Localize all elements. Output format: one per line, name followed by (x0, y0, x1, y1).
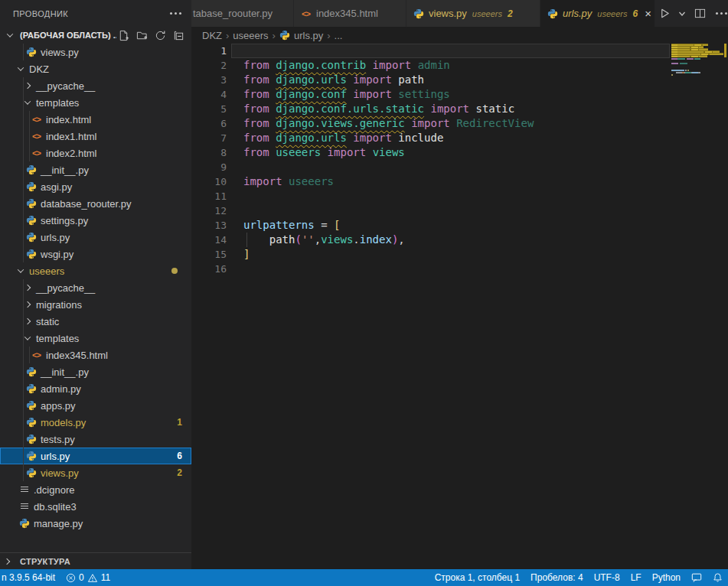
code-line-11[interactable]: 11 (191, 189, 728, 203)
tree-item-templates[interactable]: templates (0, 330, 191, 347)
tree-item-settings.py[interactable]: settings.py (0, 212, 191, 229)
code-line-2[interactable]: 2from django.contrib import admin (191, 58, 728, 73)
code-line-14[interactable]: 14 path('',views.index), (191, 233, 728, 247)
tab-tabase_roouter.py[interactable]: tabase_roouter.py (191, 0, 294, 27)
close-icon[interactable]: × (645, 8, 651, 19)
file-icon (18, 503, 30, 510)
tree-item-views.py[interactable]: views.py (0, 44, 191, 60)
tree-item-tests.py[interactable]: tests.py (0, 431, 191, 448)
breadcrumb-item-useeers[interactable]: useeers (233, 30, 268, 41)
status-language-mode[interactable]: Python (647, 569, 686, 586)
tree-item-label: templates (36, 333, 79, 344)
code-line-15[interactable]: 15] (191, 247, 728, 262)
code-line-3[interactable]: 3from django.urls import path (191, 73, 728, 87)
sidebar-title: ПРОВОДНИК (13, 9, 68, 18)
python-icon (25, 215, 37, 226)
python-icon (18, 518, 30, 529)
problems-badge: 1 (177, 417, 182, 428)
current-line-highlight (231, 44, 670, 58)
tab-views.py[interactable]: views.pyuseeers2 (406, 0, 540, 27)
tab-description: useeers (472, 9, 502, 18)
status-eol[interactable]: LF (625, 569, 647, 586)
chevron-right-icon (24, 318, 31, 324)
status-encoding[interactable]: UTF-8 (589, 569, 625, 586)
tree-item-apps.py[interactable]: apps.py (0, 397, 191, 414)
split-editor-button[interactable] (690, 5, 709, 23)
chevron-right-icon (24, 83, 31, 89)
tree-item-index.html[interactable]: <>index.html (0, 111, 191, 128)
tree-item-index345.html[interactable]: <>index345.html (0, 347, 191, 363)
warning-icon (87, 573, 98, 583)
html-icon: <> (31, 350, 42, 360)
code-line-13[interactable]: 13urlpatterns = [ (191, 218, 728, 233)
status-notifications[interactable] (707, 569, 728, 586)
status-feedback[interactable] (686, 569, 707, 586)
code-line-6[interactable]: 6from django.views.generic import Redire… (191, 116, 728, 131)
tree-item-database_roouter.py[interactable]: database_roouter.py (0, 195, 191, 212)
code-line-7[interactable]: 7from django.urls import include (191, 131, 728, 145)
tree-item-__pycache__[interactable]: __pycache__ (0, 279, 191, 296)
breadcrumb-item-urls.py[interactable]: urls.py (279, 30, 323, 41)
code-line-1[interactable]: 1 (191, 44, 728, 58)
code-line-4[interactable]: 4from django.conf import settings (191, 87, 728, 102)
collapse-all-icon[interactable] (171, 28, 185, 42)
tree-item-wsgi.py[interactable]: wsgi.py (0, 246, 191, 262)
tree-item-views.py[interactable]: views.py2 (0, 464, 191, 481)
tab-title: tabase_roouter.py (193, 8, 273, 19)
tree-item-.dcignore[interactable]: .dcignore (0, 481, 191, 498)
workspace-section-header[interactable]: (РАБОЧАЯ ОБЛАСТЬ) ... (0, 27, 191, 44)
tree-item-useeers[interactable]: useeers (0, 262, 191, 279)
tree-item-__init__.py[interactable]: __init__.py (0, 161, 191, 178)
explorer-sidebar: ПРОВОДНИК (РАБОЧАЯ ОБЛАСТЬ) ... views.py… (0, 0, 191, 569)
python-icon (25, 181, 37, 192)
tree-item-index2.html[interactable]: <>index2.html (0, 145, 191, 161)
tab-urls.py[interactable]: urls.pyuseeers6× (540, 0, 655, 27)
status-text: n 3.9.5 64-bit (2, 572, 55, 583)
breadcrumb-item-DKZ[interactable]: DKZ (202, 30, 222, 41)
chevron-right-icon (24, 301, 31, 308)
run-dropdown[interactable] (677, 5, 687, 23)
new-folder-icon[interactable] (135, 28, 149, 42)
tree-item-static[interactable]: static (0, 313, 191, 330)
code-line-8[interactable]: 8from useeers import views (191, 145, 728, 160)
tree-item-__init__.py[interactable]: __init__.py (0, 363, 191, 380)
line-number: 3 (191, 73, 227, 87)
python-icon (25, 366, 37, 377)
code-line-9[interactable]: 9 (191, 160, 728, 174)
tree-item-urls.py[interactable]: urls.py6 (0, 448, 191, 464)
code-line-12[interactable]: 12 (191, 203, 728, 218)
refresh-icon[interactable] (153, 28, 167, 42)
status-cursor-position[interactable]: Строка 1, столбец 1 (429, 569, 525, 586)
code-line-5[interactable]: 5from django.conf.urls.static import sta… (191, 102, 728, 116)
more-actions-button[interactable] (712, 5, 728, 23)
code-line-10[interactable]: 10import useeers (191, 174, 728, 189)
tree-item-models.py[interactable]: models.py1 (0, 414, 191, 431)
status-indentation[interactable]: Пробелов: 4 (525, 569, 589, 586)
outline-section-header[interactable]: СТРУКТУРА (0, 552, 191, 569)
tab-title: urls.py (563, 8, 592, 19)
tree-item-label: migrations (36, 299, 82, 311)
tab-description: useeers (597, 9, 627, 18)
code-line-16[interactable]: 16 (191, 262, 728, 276)
tree-item-index1.html[interactable]: <>index1.html (0, 128, 191, 145)
tree-item-asgi.py[interactable]: asgi.py (0, 178, 191, 195)
status-problems[interactable]: 011 (60, 569, 116, 586)
status-python-interpreter[interactable]: n 3.9.5 64-bit (0, 569, 60, 586)
tree-item-urls.py[interactable]: urls.py (0, 229, 191, 246)
overview-ruler[interactable] (723, 44, 728, 569)
tree-item-db.sqlite3[interactable]: db.sqlite3 (0, 498, 191, 515)
run-button[interactable] (655, 5, 674, 23)
code-editor[interactable]: 12from django.contrib import admin3from … (191, 44, 728, 569)
tree-item-templates[interactable]: templates (0, 94, 191, 111)
tree-item-__pycache__[interactable]: __pycache__ (0, 77, 191, 94)
breadcrumb-item-...[interactable]: ... (335, 30, 343, 41)
tab-index345.html[interactable]: <>index345.html (294, 0, 406, 27)
tree-item-label: views.py (41, 467, 79, 479)
new-file-icon[interactable] (116, 28, 130, 42)
tree-item-admin.py[interactable]: admin.py (0, 380, 191, 397)
tree-item-DKZ[interactable]: DKZ (0, 60, 191, 77)
tree-item-migrations[interactable]: migrations (0, 296, 191, 313)
minimap[interactable] (670, 44, 723, 569)
more-actions-icon[interactable] (168, 8, 182, 19)
tree-item-manage.py[interactable]: manage.py (0, 515, 191, 532)
